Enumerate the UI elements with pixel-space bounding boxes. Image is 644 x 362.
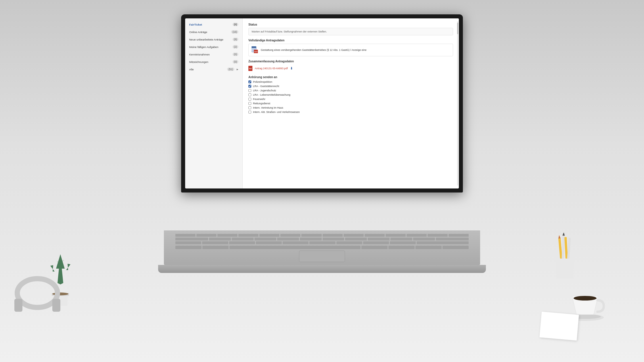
sidebar-arrow-alle: ▶ — [237, 68, 238, 71]
checkbox-input-vertretung[interactable] — [248, 106, 251, 109]
sidebar-badge-aufgaben: (2) — [233, 45, 238, 49]
trackpad[interactable] — [299, 251, 345, 262]
sidebar-badge-online: (16) — [231, 30, 238, 34]
download-icon[interactable]: ⬇ — [290, 66, 293, 70]
checkbox-input-rettungsdienst[interactable] — [248, 102, 251, 105]
scrollbar-thumb[interactable] — [457, 23, 458, 34]
checkbox-input-strassen[interactable] — [248, 111, 251, 113]
laptop-screen-bezel: FairTicket (0) Online Anträge (16) Neue … — [181, 14, 463, 192]
checkbox-rettungsdienst[interactable]: Rettungsdienst — [248, 102, 453, 105]
sidebar-item-label: Mitzeichnungen — [189, 60, 208, 63]
sidebar-item-label: Online Anträge — [189, 30, 207, 34]
zusammenfassung-section-title: Zusammenfassung Antragsdaten — [248, 60, 453, 63]
antragsdaten-section-title: Vollständige Antragsdaten — [248, 39, 453, 42]
checkbox-label-jugendschutz: LRA - Jugendschutz — [253, 89, 276, 92]
status-value: Warten auf Fristablauf bzw. Stellungnahm… — [252, 30, 327, 33]
checkbox-label-gaststaetten: LRA - Gaststättenrecht — [253, 85, 279, 88]
checkbox-input-lebensmittel[interactable] — [248, 93, 251, 96]
sidebar-item-label: Neue unbearbeitete Anträge — [189, 38, 223, 41]
laptop-keyboard-area — [164, 230, 480, 265]
zusammenfassung-box: PDF Antrag 240131-55-64893.pdf ⬇ — [248, 65, 453, 72]
scrollbar[interactable] — [457, 21, 458, 186]
checkbox-lra-lebensmittel[interactable]: LRA - Lebensmittelüberwachung — [248, 93, 453, 96]
sidebar-item-label: Alle — [189, 68, 194, 71]
checkbox-input-gaststaetten[interactable] — [248, 85, 251, 88]
checkbox-polizeiinspektion[interactable]: Polizeiinspektion — [248, 80, 453, 83]
pdf-icon: PDF — [248, 66, 253, 71]
checkbox-intern-strassen[interactable]: Intern. Abt. Straßen- und Verkehrswesen — [248, 111, 453, 113]
sidebar-item-label: FairTicket — [189, 23, 202, 26]
svg-text:PDF: PDF — [249, 68, 252, 70]
laptop: FairTicket (0) Online Anträge (16) Neue … — [141, 14, 503, 273]
main-content: Status Warten auf Fristablauf bzw. Stell… — [243, 18, 459, 188]
sidebar-item-label: Kenntnisnahmen — [189, 53, 210, 56]
checkbox-label-feuerwehr: Feuerwehr — [253, 98, 265, 101]
checkbox-label-lebensmittel: LRA - Lebensmittelüberwachung — [253, 93, 290, 96]
svg-rect-23 — [252, 49, 256, 50]
sidebar-item-neue-antraege[interactable]: Neue unbearbeitete Anträge (8) — [185, 36, 242, 43]
checkbox-input-polizei[interactable] — [248, 80, 251, 83]
sidebar-badge-alle: (51) — [227, 68, 234, 71]
laptop-base — [158, 265, 486, 273]
checkbox-lra-jugendschutz[interactable]: LRA - Jugendschutz — [248, 89, 453, 92]
status-section-title: Status — [248, 23, 453, 26]
status-box: Warten auf Fristablauf bzw. Stellungnahm… — [248, 28, 453, 35]
svg-text:TXT: TXT — [254, 51, 258, 53]
sidebar-item-alle[interactable]: Alle (51) ▶ — [185, 66, 242, 73]
sidebar-item-fairticket[interactable]: FairTicket (0) — [185, 21, 242, 28]
sidebar-item-label: Meine fälligen Aufgaben — [189, 45, 218, 49]
checkbox-label-strassen: Intern. Abt. Straßen- und Verkehrswesen — [253, 111, 300, 113]
sidebar-badge-kenntnisnahmen: (0) — [233, 53, 238, 56]
svg-rect-22 — [252, 46, 256, 48]
checkbox-label-vertretung: Intern. Vertretung im Haus — [253, 106, 283, 109]
sidebar-badge-mitzeichnungen: (0) — [233, 60, 238, 63]
anhoerung-section-title: Anhörung senden an — [248, 76, 453, 79]
pdf-filename: Antrag 240131-55-64893.pdf — [255, 67, 288, 70]
sidebar: FairTicket (0) Online Anträge (16) Neue … — [185, 18, 243, 188]
checkbox-input-jugendschutz[interactable] — [248, 89, 251, 92]
checkbox-lra-gaststaetten[interactable]: LRA - Gaststättenrecht — [248, 85, 453, 88]
checkbox-input-feuerwehr[interactable] — [248, 98, 251, 101]
laptop-screen: FairTicket (0) Online Anträge (16) Neue … — [185, 18, 459, 188]
checkbox-feuerwehr[interactable]: Feuerwehr — [248, 98, 453, 101]
sidebar-badge-neue: (8) — [233, 38, 238, 41]
sidebar-item-online-antraege[interactable]: Online Anträge (16) — [185, 28, 242, 36]
antragsdaten-box: TXT Gestattung eines vorübergehenden Gas… — [248, 44, 453, 56]
sidebar-badge-fairticket: (0) — [233, 23, 238, 26]
sidebar-item-mitzeichnungen[interactable]: Mitzeichnungen (0) — [185, 58, 242, 66]
file-icon: TXT — [252, 46, 258, 54]
checkbox-label-polizei: Polizeiinspektion — [253, 80, 272, 83]
checkbox-intern-vertretung[interactable]: Intern. Vertretung im Haus — [248, 106, 453, 109]
sidebar-item-kenntnisnahmen[interactable]: Kenntnisnahmen (0) — [185, 51, 242, 58]
sidebar-item-aufgaben[interactable]: Meine fälligen Aufgaben (2) — [185, 43, 242, 51]
antragsdaten-description: Gestattung eines vorübergehenden Gaststä… — [261, 49, 367, 51]
checkbox-label-rettungsdienst: Rettungsdienst — [253, 102, 270, 105]
